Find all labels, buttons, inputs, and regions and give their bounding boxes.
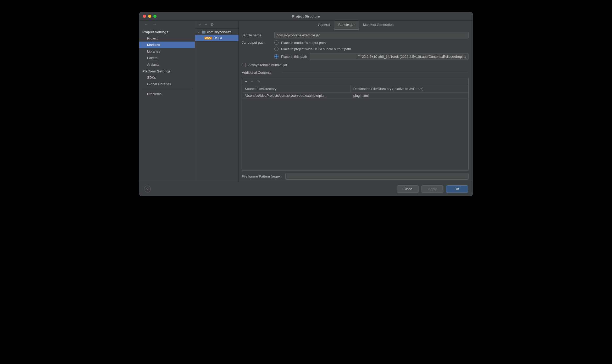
svg-rect-2 — [203, 32, 205, 33]
contents-table-header: Source File/Directory Destination File/D… — [242, 85, 468, 93]
title-bar: Project Structure — [139, 12, 473, 21]
radio-module-label: Place in module's output path — [281, 41, 326, 45]
project-structure-window: Project Structure ← → Project Settings P… — [139, 12, 473, 196]
dialog-footer: ? Close Apply OK — [139, 182, 473, 196]
additional-contents-box: + − ✎ Source File/Directory Destination … — [242, 78, 469, 171]
checkbox-icon — [242, 63, 246, 67]
help-button[interactable]: ? — [144, 186, 151, 192]
this-path-value: 22.2.5+10-x86_64/1cedt (2022.2.5+10).app… — [362, 55, 466, 59]
radio-project-path[interactable]: Place in project-wide OSGi bundle output… — [274, 47, 469, 51]
jar-file-name-label: Jar file name — [242, 33, 271, 37]
ignore-pattern-row: File Ignore Pattern (regex) — [242, 173, 469, 182]
nav-back-icon[interactable]: ← — [144, 22, 148, 27]
this-path-input[interactable]: 22.2.5+10-x86_64/1cedt (2022.2.5+10).app… — [310, 53, 469, 60]
copy-module-icon[interactable]: ⧉ — [211, 22, 214, 27]
add-content-icon[interactable]: + — [245, 79, 247, 84]
tree-child-label: OSGi — [214, 36, 222, 40]
sidebar-item-libraries[interactable]: Libraries — [139, 48, 195, 55]
contents-toolbar: + − ✎ — [242, 78, 468, 85]
tree-child-osgi[interactable]: OSGi OSGi — [195, 35, 238, 41]
nav-forward-icon[interactable]: → — [152, 22, 157, 27]
window-traffic-lights — [143, 15, 157, 18]
browse-folder-icon[interactable] — [358, 55, 362, 58]
sidebar-item-artifacts[interactable]: Artifacts — [139, 61, 195, 68]
always-rebuild-row[interactable]: Always rebuild bundle .jar — [242, 63, 469, 67]
module-tree-panel: + − ⧉ ⌄ com.skycorvette OSGi OSGi — [195, 21, 239, 182]
tree-root-module[interactable]: ⌄ com.skycorvette — [195, 29, 238, 35]
always-rebuild-label: Always rebuild bundle .jar — [248, 63, 287, 67]
fieldset-line — [281, 73, 469, 73]
module-folder-icon — [202, 31, 205, 34]
td-destination: plugin.xml — [351, 93, 468, 99]
th-source[interactable]: Source File/Directory — [242, 85, 351, 92]
add-module-icon[interactable]: + — [199, 22, 201, 27]
radio-icon — [274, 47, 279, 51]
left-sidebar: ← → Project Settings Project Modules Lib… — [139, 21, 195, 182]
tab-general[interactable]: General — [314, 21, 334, 30]
remove-module-icon[interactable]: − — [205, 22, 207, 27]
ignore-pattern-label: File Ignore Pattern (regex) — [242, 174, 282, 178]
tab-manifest-generation[interactable]: Manifest Generation — [359, 21, 398, 30]
facet-tabs: General Bundle .jar Manifest Generation — [239, 21, 473, 30]
jar-file-name-input[interactable] — [274, 32, 469, 38]
left-nav-toolbar: ← → — [139, 21, 195, 29]
sidebar-item-problems[interactable]: Problems — [139, 91, 195, 97]
radio-icon — [274, 54, 279, 59]
osgi-badge-icon: OSGi — [204, 37, 212, 39]
close-window-icon[interactable] — [143, 15, 146, 18]
module-toolbar: + − ⧉ — [195, 21, 238, 29]
radio-project-label: Place in project-wide OSGi bundle output… — [281, 47, 351, 51]
output-path-radio-group: Place in module's output path Place in p… — [274, 41, 469, 60]
table-row[interactable]: /Users/sc/IdeaProjects/com.skycorvette.e… — [242, 93, 468, 99]
radio-this-path[interactable]: Place in this path 22.2.5+10-x86_64/1ced… — [274, 53, 469, 60]
apply-button[interactable]: Apply — [421, 185, 443, 193]
window-title: Project Structure — [292, 14, 320, 18]
minimize-window-icon[interactable] — [148, 15, 151, 18]
bundle-jar-form: Jar file name Jar output path Place in m… — [239, 30, 473, 182]
th-destination[interactable]: Destination File/Directory (relative to … — [351, 85, 468, 92]
section-project-settings: Project Settings — [139, 29, 195, 35]
radio-module-path[interactable]: Place in module's output path — [274, 41, 469, 45]
sidebar-item-facets[interactable]: Facets — [139, 55, 195, 61]
sidebar-item-modules[interactable]: Modules — [139, 42, 195, 48]
radio-icon — [274, 41, 279, 45]
close-button[interactable]: Close — [397, 185, 419, 193]
ignore-pattern-input[interactable] — [285, 173, 469, 180]
svg-rect-1 — [202, 31, 203, 31]
ok-button[interactable]: OK — [446, 185, 468, 193]
window-body: ← → Project Settings Project Modules Lib… — [139, 21, 473, 182]
td-source: /Users/sc/IdeaProjects/com.skycorvette.e… — [242, 93, 351, 99]
maximize-window-icon[interactable] — [153, 15, 157, 18]
sidebar-item-project[interactable]: Project — [139, 35, 195, 42]
tab-bundle-jar[interactable]: Bundle .jar — [334, 21, 359, 30]
contents-table-body: /Users/sc/IdeaProjects/com.skycorvette.e… — [242, 93, 468, 170]
jar-output-label: Jar output path — [242, 41, 271, 44]
section-platform-settings: Platform Settings — [139, 68, 195, 74]
additional-contents-label: Additional Contents — [242, 71, 469, 75]
jar-output-row: Jar output path Place in module's output… — [242, 41, 469, 60]
sidebar-item-global-libraries[interactable]: Global Libraries — [139, 81, 195, 87]
module-tree: ⌄ com.skycorvette OSGi OSGi — [195, 29, 238, 182]
chevron-down-icon[interactable]: ⌄ — [198, 31, 200, 33]
radio-this-label: Place in this path — [281, 55, 307, 59]
tree-root-label: com.skycorvette — [207, 30, 232, 34]
remove-content-icon[interactable]: − — [251, 79, 253, 84]
edit-content-icon[interactable]: ✎ — [257, 79, 260, 84]
jar-file-name-row: Jar file name — [242, 32, 469, 38]
sidebar-item-sdks[interactable]: SDKs — [139, 74, 195, 81]
right-content: General Bundle .jar Manifest Generation … — [239, 21, 473, 182]
sidebar-separator — [142, 89, 192, 89]
